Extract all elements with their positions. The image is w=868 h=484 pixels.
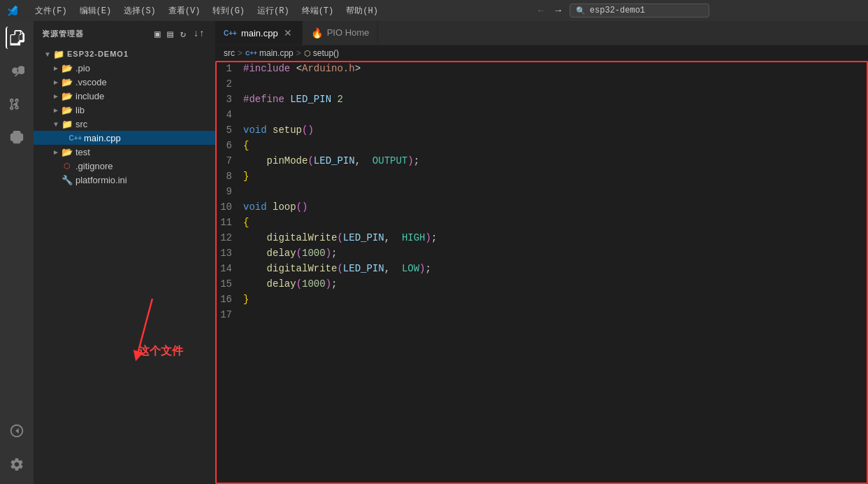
code-line-8: 8 } [215,169,868,184]
tab-main-cpp-close[interactable]: ✕ [282,27,294,38]
line-content-1: #include <Arduino.h> [243,61,361,76]
src-label: src [75,119,87,129]
new-folder-button[interactable]: ▤ [165,27,175,41]
search-icon: 🔍 [576,6,586,15]
test-arrow: ► [50,146,62,157]
line-content-3: #define LED_PIN 2 [243,92,343,107]
vscode-arrow: ► [50,76,62,87]
root-folder[interactable]: ▼ 📁 ESP32-DEMO1 [34,47,215,61]
line-num-15: 15 [215,276,243,292]
line-num-17: 17 [215,307,243,322]
git-file-icon: ⬡ [62,160,73,171]
pio-label: .pio [75,63,90,73]
search-activity-icon[interactable] [6,60,28,83]
line-content-12: digitalWrite(LED_PIN, HIGH); [243,230,437,245]
file-tree: ▼ 📁 ESP32-DEMO1 ► 📂 .pio ► 📂 .vscode ► 📂… [34,47,215,484]
pio-tab-icon: 🔥 [311,27,323,38]
new-file-button[interactable]: ▣ [152,27,162,41]
breadcrumb-file-label: main.cpp [259,48,294,58]
cpp-breadcrumb-icon: C++ [245,50,257,57]
svg-line-1 [138,299,152,351]
line-num-9: 9 [215,184,243,199]
tab-main-cpp[interactable]: C++ main.cpp ✕ [215,21,303,45]
source-control-icon[interactable] [6,94,28,116]
menu-help[interactable]: 帮助(H) [340,3,384,18]
lib-folder[interactable]: ► 📂 lib [34,103,215,117]
lib-folder-icon: 📂 [62,104,73,115]
breadcrumb-file[interactable]: C++ main.cpp [245,48,294,58]
debug-icon[interactable] [6,420,28,442]
gitignore-file[interactable]: ► ⬡ .gitignore [34,159,215,173]
search-text: esp32-demo1 [590,6,645,15]
lib-label: lib [75,105,85,115]
include-folder[interactable]: ► 📂 include [34,89,215,103]
line-num-11: 11 [215,215,243,230]
global-search-bar[interactable]: 🔍 esp32-demo1 [570,3,709,17]
src-folder-icon: 📁 [62,118,73,129]
code-line-17: 17 [215,307,868,322]
func-breadcrumb-icon: ⬡ [304,49,311,58]
line-num-4: 4 [215,107,243,122]
pio-arrow: ► [50,62,62,73]
src-folder[interactable]: ▼ 📁 src [34,117,215,131]
breadcrumb-src[interactable]: src [224,48,235,58]
code-line-7: 7 pinMode(LED_PIN, OUTPUT); [215,153,868,169]
vscode-folder[interactable]: ► 📂 .vscode [34,75,215,89]
test-folder-icon: 📂 [62,146,73,157]
collapse-all-button[interactable]: ↓↑ [191,27,207,41]
tab-pio-home[interactable]: 🔥 PIO Home [303,21,379,45]
code-line-9: 9 [215,184,868,199]
menu-file[interactable]: 文件(F) [29,3,73,18]
line-content-8: } [243,169,249,184]
menu-terminal[interactable]: 终端(T) [296,3,340,18]
menu-run[interactable]: 运行(R) [252,3,295,18]
menu-edit[interactable]: 编辑(E) [74,3,117,18]
line-content-15: delay(1000); [243,276,337,292]
menu-select[interactable]: 选择(S) [118,3,161,18]
main-cpp-file[interactable]: ► C++ main.cpp [34,131,215,145]
vscode-logo-icon [7,5,18,16]
include-folder-icon: 📂 [62,90,73,101]
lib-arrow: ► [50,104,62,115]
menu-goto[interactable]: 转到(G) [207,3,250,18]
nav-forward-button[interactable]: → [552,3,563,17]
pio-folder[interactable]: ► 📂 .pio [34,61,215,75]
pio-file-icon: 🔧 [62,174,73,185]
line-num-12: 12 [215,230,243,245]
settings-icon[interactable] [6,453,28,476]
editor-area: C++ main.cpp ✕ 🔥 PIO Home src > C++ main… [215,21,868,484]
line-content-7: pinMode(LED_PIN, OUTPUT); [243,153,419,169]
refresh-button[interactable]: ↻ [178,27,188,41]
code-line-3: 3 #define LED_PIN 2 [215,92,868,107]
line-num-8: 8 [215,169,243,184]
gitignore-label: .gitignore [75,161,113,171]
code-line-14: 14 digitalWrite(LED_PIN, LOW); [215,261,868,276]
explorer-icon[interactable] [6,27,28,49]
breadcrumb-src-label: src [224,48,235,58]
include-arrow: ► [50,90,62,101]
line-num-7: 7 [215,153,243,169]
line-content-14: digitalWrite(LED_PIN, LOW); [243,261,431,276]
code-content: 1 #include <Arduino.h> 2 3 #define LED_P… [215,61,868,322]
menu-view[interactable]: 查看(V) [163,3,206,18]
vscode-label: .vscode [75,77,107,87]
root-label: ESP32-DEMO1 [67,50,129,58]
code-editor[interactable]: 1 #include <Arduino.h> 2 3 #define LED_P… [215,61,868,322]
main-layout: 资源管理器 ▣ ▤ ↻ ↓↑ ▼ 📁 ESP32-DEMO1 ► 📂 .pio [0,21,868,484]
code-line-10: 10 void loop() [215,199,868,215]
extensions-icon[interactable] [6,127,28,150]
line-content-16: } [243,292,249,307]
breadcrumb-sep-2: > [296,48,301,58]
breadcrumb: src > C++ main.cpp > ⬡ setup() [215,45,868,61]
vscode-folder-icon: 📂 [62,76,73,87]
include-label: include [75,91,104,101]
tab-main-cpp-label: main.cpp [241,28,278,38]
sidebar-actions: ▣ ▤ ↻ ↓↑ [152,27,207,41]
test-folder[interactable]: ► 📂 test [34,145,215,159]
tab-pio-home-label: PIO Home [327,27,370,38]
nav-back-button[interactable]: ← [535,3,547,17]
breadcrumb-func[interactable]: ⬡ setup() [304,48,339,58]
code-line-13: 13 delay(1000); [215,245,868,261]
platformio-ini-file[interactable]: ► 🔧 platformio.ini [34,173,215,187]
platformio-ini-label: platformio.ini [75,175,127,185]
